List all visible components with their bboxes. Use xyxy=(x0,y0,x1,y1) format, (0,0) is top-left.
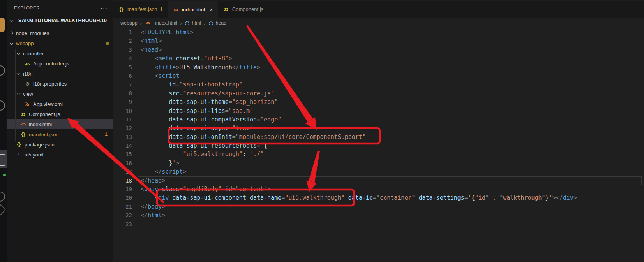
breadcrumb[interactable]: webapp›<>index.html›html›head xyxy=(113,18,644,28)
code-line-15[interactable]: 15 "ui5.walkthrough": "./" xyxy=(113,150,644,158)
indent-guide xyxy=(155,80,155,89)
code-line-18[interactable]: 18</head> xyxy=(113,176,644,185)
code-line-22[interactable]: 22</html> xyxy=(113,211,644,220)
symbol-cube-icon xyxy=(208,21,214,26)
activity-icon-partial-2 xyxy=(0,100,5,111)
code-text: <title>UI5 Walkthrough</title> xyxy=(141,63,644,72)
vscode-window: { "explorer": { "title": "EXPLORER", "mo… xyxy=(0,0,644,262)
indent-guide xyxy=(141,72,141,80)
html-file-icon: <> xyxy=(145,21,151,25)
code-line-4[interactable]: 4 <meta charset="utf-8"> xyxy=(113,54,644,63)
indent-guide xyxy=(141,193,141,202)
indent-guide xyxy=(141,63,141,72)
close-icon[interactable]: × xyxy=(210,6,213,13)
code-line-10[interactable]: 10 data-sap-ui-libs="sap.m" xyxy=(113,107,644,115)
code-text: data-sap-ui-resourceroots='{ xyxy=(141,141,644,150)
code-line-3[interactable]: 3<head> xyxy=(113,46,644,54)
code-line-21[interactable]: 21</body> xyxy=(113,202,644,211)
tab-manifest-json[interactable]: {}manifest.json1 xyxy=(113,1,168,18)
activity-bar[interactable] xyxy=(0,0,7,262)
code-text: </script> xyxy=(141,167,644,176)
line-number: 12 xyxy=(113,124,141,132)
code-line-2[interactable]: 2<html> xyxy=(113,37,644,45)
code-line-14[interactable]: 14 data-sap-ui-resourceroots='{ xyxy=(113,141,644,150)
code-line-23[interactable]: 23 xyxy=(113,220,644,229)
tab-bar: {}manifest.json1<>index.html×JSComponent… xyxy=(113,0,644,18)
indent-guide xyxy=(141,80,141,89)
explorer-sidebar: EXPLORER ··· SAP.M.TUTORIAL.WALKTHROUGH.… xyxy=(7,0,113,262)
code-editor[interactable]: 1<!DOCTYPE html>2<html>3<head>4 <meta ch… xyxy=(113,28,644,262)
tree-item-label: view xyxy=(23,91,33,97)
line-number: 22 xyxy=(113,211,141,220)
json-file-icon: {} xyxy=(20,132,26,137)
tree-item-component-js[interactable]: JSComponent.js xyxy=(7,109,113,119)
code-line-12[interactable]: 12 data-sap-ui-async="true" xyxy=(113,124,644,132)
line-number: 3 xyxy=(113,46,141,54)
code-line-9[interactable]: 9 data-sap-ui-theme="sap_horizon" xyxy=(113,98,644,106)
modified-dot-badge xyxy=(106,42,109,45)
json-file-icon: {} xyxy=(118,7,125,12)
indent-guide xyxy=(155,124,155,132)
code-text: </head> xyxy=(141,176,644,185)
code-line-11[interactable]: 11 data-sap-ui-compatVersion="edge" xyxy=(113,115,644,124)
code-line-6[interactable]: 6 <script xyxy=(113,72,644,80)
tab-index-html[interactable]: <>index.html× xyxy=(168,1,218,18)
tree-item-controller[interactable]: controller xyxy=(7,48,113,58)
tree-item-package-json[interactable]: {}package.json xyxy=(7,139,113,149)
indent-guide xyxy=(141,167,141,176)
line-number: 6 xyxy=(113,72,141,80)
tree-item-i18n-properties[interactable]: ⚙i18n.properties xyxy=(7,79,113,89)
code-text: data-sap-ui-compatVersion="edge" xyxy=(141,115,644,124)
code-line-7[interactable]: 7 id="sap-ui-bootstrap" xyxy=(113,80,644,89)
code-text: }'> xyxy=(141,159,644,167)
chevron-down-icon xyxy=(17,91,21,95)
code-line-5[interactable]: 5 <title>UI5 Walkthrough</title> xyxy=(113,63,644,72)
code-text: data-sap-ui-libs="sap.m" xyxy=(141,107,644,115)
code-line-17[interactable]: 17 </script> xyxy=(113,167,644,176)
line-number: 19 xyxy=(113,185,141,193)
code-line-16[interactable]: 16 }'> xyxy=(113,159,644,167)
tree-item-i18n[interactable]: i18n xyxy=(7,69,113,79)
breadcrumb-item-html[interactable]: html xyxy=(184,20,201,26)
code-text: data-sap-ui-onInit="module:sap/ui/core/C… xyxy=(141,133,644,141)
tab-problem-count: 1 xyxy=(160,6,163,12)
tree-item-view[interactable]: view xyxy=(7,89,113,99)
tree-item-app-view-xml[interactable]: App.view.xml xyxy=(7,99,113,109)
code-line-19[interactable]: 19<body class="sapUiBody" id="content"> xyxy=(113,185,644,193)
tree-item-index-html[interactable]: <>index.html xyxy=(7,119,113,129)
breadcrumb-item-index-html[interactable]: <>index.html xyxy=(145,20,177,26)
explorer-header: EXPLORER ··· xyxy=(7,0,113,16)
line-number: 17 xyxy=(113,167,141,176)
code-line-1[interactable]: 1<!DOCTYPE html> xyxy=(113,28,644,37)
indent-guide xyxy=(141,107,141,115)
line-number: 23 xyxy=(113,220,141,229)
indent-guide xyxy=(155,98,155,106)
tree-item-label: manifest.json xyxy=(29,132,59,137)
tab-label: index.html xyxy=(182,7,205,12)
explorer-root-label: SAP.M.TUTORIAL.WALKTHROUGH.10 xyxy=(18,18,107,23)
breadcrumb-item-webapp[interactable]: webapp xyxy=(120,20,138,26)
breadcrumb-item-head[interactable]: head xyxy=(208,20,226,26)
code-text: src="resources/sap-ui-core.js" xyxy=(141,89,644,98)
code-text: <meta charset="utf-8"> xyxy=(141,54,644,63)
explorer-more-button[interactable]: ··· xyxy=(101,6,108,10)
line-number: 7 xyxy=(113,80,141,89)
code-text: data-sap-ui-theme="sap_horizon" xyxy=(141,98,644,106)
tree-item-label: App.view.xml xyxy=(33,101,63,107)
code-line-20[interactable]: 20 <div data-sap-ui-component data-name=… xyxy=(113,193,644,202)
indent-guide xyxy=(155,115,155,124)
tree-item-ui5-yaml[interactable]: !ui5.yaml xyxy=(7,149,113,160)
indent-guide xyxy=(141,115,141,124)
tree-item-webapp[interactable]: webapp xyxy=(7,38,113,48)
indent-guide xyxy=(141,159,141,167)
indent-guide xyxy=(141,141,141,150)
code-line-13[interactable]: 13 data-sap-ui-onInit="module:sap/ui/cor… xyxy=(113,133,644,141)
tree-item-manifest-json[interactable]: {}manifest.json1 xyxy=(7,129,113,139)
code-line-8[interactable]: 8 src="resources/sap-ui-core.js" xyxy=(113,89,644,98)
code-text: <body class="sapUiBody" id="content"> xyxy=(141,185,644,193)
tab-component-js[interactable]: JSComponent.js xyxy=(218,1,268,18)
line-number: 14 xyxy=(113,141,141,150)
explorer-root-folder[interactable]: SAP.M.TUTORIAL.WALKTHROUGH.10 xyxy=(7,16,113,26)
tree-item-app-controller-js[interactable]: JSApp.controller.js xyxy=(7,58,113,69)
tree-item-node-modules[interactable]: node_modules xyxy=(7,28,113,38)
